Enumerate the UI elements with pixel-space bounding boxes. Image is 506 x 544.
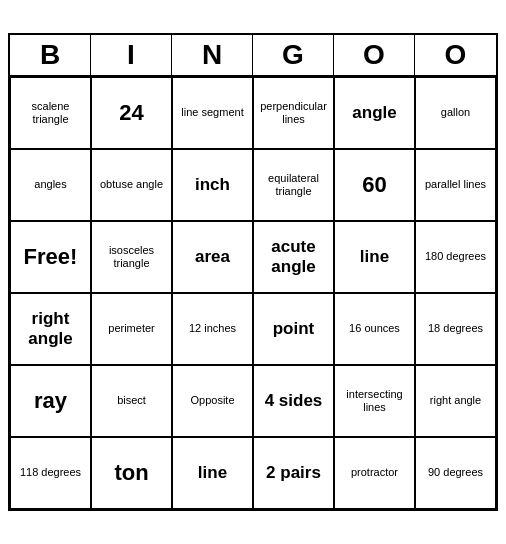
cell-r3-c0: right angle bbox=[10, 293, 91, 365]
header-cell-O-5: O bbox=[415, 35, 496, 75]
cell-r2-c3: acute angle bbox=[253, 221, 334, 293]
cell-r1-c3: equilateral triangle bbox=[253, 149, 334, 221]
cell-r5-c5: 90 degrees bbox=[415, 437, 496, 509]
cell-r0-c5: gallon bbox=[415, 77, 496, 149]
header-cell-I-1: I bbox=[91, 35, 172, 75]
cell-r2-c5: 180 degrees bbox=[415, 221, 496, 293]
cell-r3-c1: perimeter bbox=[91, 293, 172, 365]
cell-r2-c2: area bbox=[172, 221, 253, 293]
cell-r5-c3: 2 pairs bbox=[253, 437, 334, 509]
cell-r3-c4: 16 ounces bbox=[334, 293, 415, 365]
cell-r4-c3: 4 sides bbox=[253, 365, 334, 437]
cell-r5-c2: line bbox=[172, 437, 253, 509]
cell-r4-c2: Opposite bbox=[172, 365, 253, 437]
header-cell-B-0: B bbox=[10, 35, 91, 75]
cell-r0-c1: 24 bbox=[91, 77, 172, 149]
cell-r1-c1: obtuse angle bbox=[91, 149, 172, 221]
cell-r2-c0: Free! bbox=[10, 221, 91, 293]
cell-r0-c4: angle bbox=[334, 77, 415, 149]
cell-r5-c0: 118 degrees bbox=[10, 437, 91, 509]
cell-r1-c0: angles bbox=[10, 149, 91, 221]
cell-r1-c5: parallel lines bbox=[415, 149, 496, 221]
header-cell-G-3: G bbox=[253, 35, 334, 75]
cell-r5-c4: protractor bbox=[334, 437, 415, 509]
cell-r0-c3: perpendicular lines bbox=[253, 77, 334, 149]
header-cell-N-2: N bbox=[172, 35, 253, 75]
cell-r4-c0: ray bbox=[10, 365, 91, 437]
cell-r4-c4: intersecting lines bbox=[334, 365, 415, 437]
cell-r1-c4: 60 bbox=[334, 149, 415, 221]
cell-r2-c1: isosceles triangle bbox=[91, 221, 172, 293]
cell-r2-c4: line bbox=[334, 221, 415, 293]
cell-r0-c0: scalene triangle bbox=[10, 77, 91, 149]
cell-r5-c1: ton bbox=[91, 437, 172, 509]
cell-r0-c2: line segment bbox=[172, 77, 253, 149]
cell-r3-c2: 12 inches bbox=[172, 293, 253, 365]
cell-r4-c5: right angle bbox=[415, 365, 496, 437]
cell-r3-c5: 18 degrees bbox=[415, 293, 496, 365]
bingo-card: BINGOO scalene triangle24line segmentper… bbox=[8, 33, 498, 511]
bingo-header: BINGOO bbox=[10, 35, 496, 77]
cell-r1-c2: inch bbox=[172, 149, 253, 221]
cell-r4-c1: bisect bbox=[91, 365, 172, 437]
cell-r3-c3: point bbox=[253, 293, 334, 365]
header-cell-O-4: O bbox=[334, 35, 415, 75]
bingo-grid: scalene triangle24line segmentperpendicu… bbox=[10, 77, 496, 509]
